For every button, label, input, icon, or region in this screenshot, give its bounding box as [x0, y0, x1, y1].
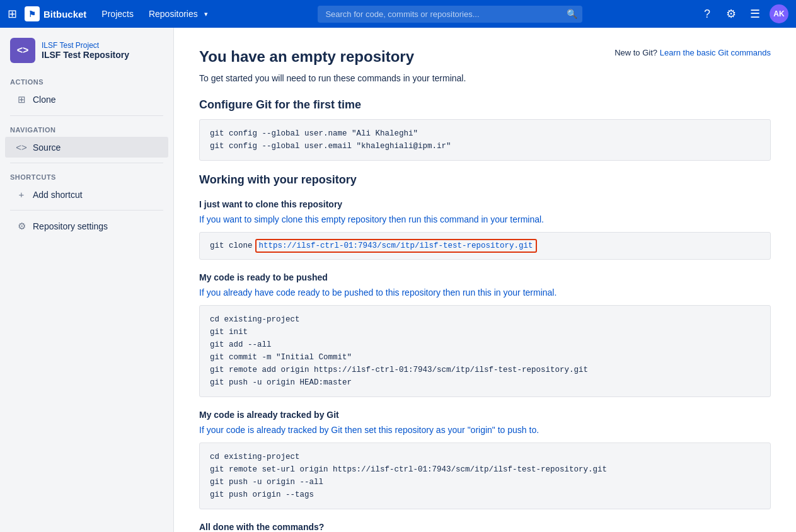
- repositories-nav-link[interactable]: Repositories: [144, 6, 203, 21]
- plus-icon: +: [15, 189, 28, 200]
- all-done-title: All done with the commands?: [199, 522, 771, 532]
- sidebar: <> ILSF Test Project ILSF Test Repositor…: [0, 28, 174, 532]
- clone-subtitle-link[interactable]: If you want to simply clone this empty r…: [199, 214, 544, 224]
- repo-text: ILSF Test Project ILSF Test Repository: [42, 41, 129, 60]
- avatar[interactable]: AK: [770, 4, 788, 23]
- actions-section-label: ACTIONS: [0, 73, 173, 88]
- tracked-code-block: cd existing-project git remote set-url o…: [199, 442, 771, 509]
- repo-header: <> ILSF Test Project ILSF Test Repositor…: [0, 38, 173, 73]
- push-section-title: My code is ready to be pushed: [199, 272, 771, 282]
- logo-text: Bitbucket: [43, 9, 86, 20]
- repo-settings-item[interactable]: ⚙ Repository settings: [5, 216, 168, 237]
- repo-icon-symbol: <>: [17, 45, 29, 56]
- search-icon: 🔍: [567, 9, 577, 19]
- clone-icon: ⊞: [15, 94, 28, 105]
- projects-nav-link[interactable]: Projects: [96, 6, 139, 21]
- grid-icon[interactable]: ⊞: [8, 7, 17, 21]
- push-section: My code is ready to be pushed If you alr…: [199, 272, 771, 397]
- tracked-subtitle-link[interactable]: If your code is already tracked by Git t…: [199, 425, 539, 435]
- clone-label: Clone: [33, 95, 56, 105]
- clone-section-title: I just want to clone this repository: [199, 199, 771, 209]
- search-bar[interactable]: 🔍: [318, 6, 582, 23]
- new-to-git-banner: New to Git? Learn the basic Git commands: [614, 48, 771, 57]
- page-header: You have an empty repository New to Git?…: [199, 48, 771, 66]
- clone-prefix-text: git clone: [210, 241, 253, 250]
- repo-name: ILSF Test Repository: [42, 50, 129, 60]
- push-subtitle-link[interactable]: If you already have code ready to be pus…: [199, 287, 557, 298]
- tracked-subtitle: If your code is already tracked by Git t…: [199, 425, 771, 435]
- repositories-nav[interactable]: Repositories ▾: [144, 6, 208, 21]
- notifications-icon[interactable]: ☰: [746, 4, 764, 23]
- clone-command-block: git clone https://ilsf-ctrl-01:7943/scm/…: [199, 232, 771, 260]
- help-icon[interactable]: ?: [698, 4, 717, 23]
- sidebar-divider-1: [10, 115, 163, 116]
- tracked-section: My code is already tracked by Git If you…: [199, 410, 771, 509]
- add-shortcut-item[interactable]: + Add shortcut: [5, 184, 168, 205]
- chevron-down-icon: ▾: [204, 10, 208, 18]
- bitbucket-logo-icon: ⚑: [25, 6, 40, 21]
- configure-git-code: git config --global user.name "Ali Khale…: [199, 119, 771, 161]
- clone-action[interactable]: ⊞ Clone: [5, 89, 168, 110]
- configure-git-title: Configure Git for the first time: [199, 98, 771, 112]
- add-shortcut-label: Add shortcut: [33, 190, 83, 200]
- settings-icon[interactable]: ⚙: [722, 4, 741, 23]
- app-layout: <> ILSF Test Project ILSF Test Repositor…: [0, 28, 796, 532]
- shortcuts-section-label: SHORTCUTS: [0, 168, 173, 183]
- push-code-block: cd existing-project git init git add --a…: [199, 305, 771, 397]
- clone-url-link[interactable]: https://ilsf-ctrl-01:7943/scm/itp/ilsf-t…: [255, 239, 537, 253]
- page-subtitle: To get started you will need to run thes…: [199, 73, 771, 83]
- learn-git-link[interactable]: Learn the basic Git commands: [660, 48, 771, 57]
- main-content: You have an empty repository New to Git?…: [174, 28, 796, 532]
- project-link[interactable]: ILSF Test Project: [42, 41, 129, 50]
- working-title: Working with your repository: [199, 173, 771, 187]
- source-nav-item[interactable]: <> Source: [5, 137, 168, 158]
- search-input[interactable]: [318, 6, 582, 23]
- sidebar-divider-3: [10, 210, 163, 211]
- logo[interactable]: ⚑ Bitbucket: [25, 6, 86, 21]
- push-subtitle: If you already have code ready to be pus…: [199, 287, 771, 298]
- nav-icons: ? ⚙ ☰ AK: [698, 4, 788, 23]
- source-label: Source: [33, 142, 61, 153]
- new-to-git-text: New to Git?: [614, 48, 657, 57]
- sidebar-divider-2: [10, 163, 163, 163]
- repo-settings-label: Repository settings: [33, 221, 108, 231]
- clone-section: I just want to clone this repository If …: [199, 199, 771, 260]
- source-icon: <>: [15, 142, 28, 153]
- top-navigation: ⊞ ⚑ Bitbucket Projects Repositories ▾ 🔍 …: [0, 0, 796, 28]
- page-title: You have an empty repository: [199, 48, 414, 66]
- gear-icon: ⚙: [15, 221, 28, 232]
- repo-icon: <>: [10, 38, 35, 63]
- navigation-section-label: NAVIGATION: [0, 121, 173, 136]
- tracked-section-title: My code is already tracked by Git: [199, 410, 771, 420]
- clone-subtitle: If you want to simply clone this empty r…: [199, 214, 771, 224]
